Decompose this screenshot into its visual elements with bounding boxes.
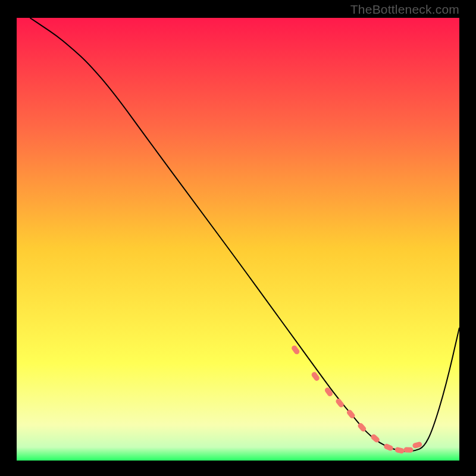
- watermark-text: TheBottleneck.com: [350, 2, 459, 17]
- chart-frame: [17, 18, 459, 461]
- chart-svg: [17, 18, 459, 461]
- gradient-background: [17, 18, 459, 461]
- marker-dot: [403, 447, 413, 452]
